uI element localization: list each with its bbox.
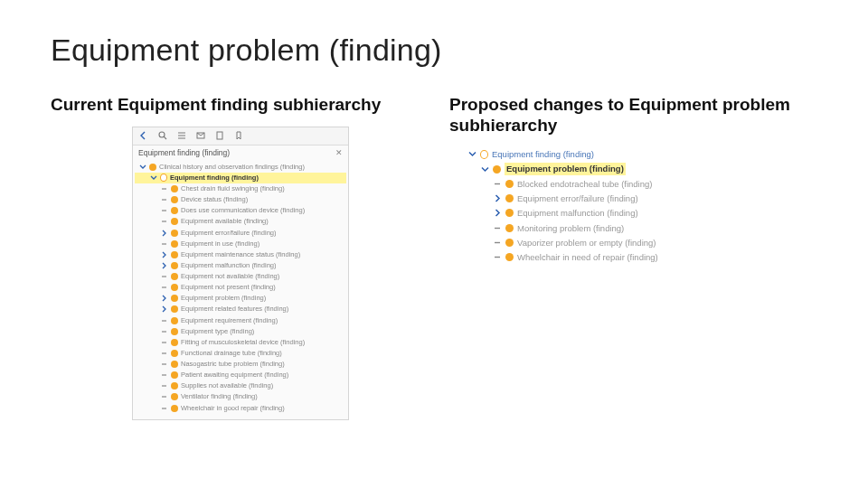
concept-dot-icon xyxy=(171,240,178,248)
concept-dot-icon xyxy=(171,317,178,324)
tree-item[interactable]: Patient awaiting equipment (finding) xyxy=(135,370,346,380)
dash-icon xyxy=(160,273,168,281)
tree-item[interactable]: Device status (finding) xyxy=(135,194,346,205)
tree-parent[interactable]: Clinical history and observation finding… xyxy=(135,162,346,173)
tree-item[interactable]: Equipment requirement (finding) xyxy=(135,315,346,326)
mail-icon[interactable] xyxy=(195,131,205,141)
tree-item[interactable]: Equipment malfunction (finding) xyxy=(135,260,346,271)
tree-item[interactable]: Equipment error/failure (finding) xyxy=(135,228,346,239)
dash-icon xyxy=(160,393,168,401)
tree-item[interactable]: Ventilator finding (finding) xyxy=(135,391,346,402)
tree-item[interactable]: Equipment malfunction (finding) xyxy=(467,206,721,221)
tree-item[interactable]: Vaporizer problem or empty (finding) xyxy=(467,235,721,249)
svg-rect-6 xyxy=(217,132,222,139)
document-icon[interactable] xyxy=(214,131,224,141)
browser-toolbar xyxy=(133,127,348,145)
tree-label: Patient awaiting equipment (finding) xyxy=(181,371,288,380)
left-tree: Clinical history and observation finding… xyxy=(133,160,348,419)
concept-dot-icon xyxy=(171,305,178,313)
tree-label: Equipment malfunction (finding) xyxy=(181,261,276,270)
tree-label: Equipment available (finding) xyxy=(181,217,269,226)
slide: Equipment problem (finding) Current Equi… xyxy=(0,0,868,488)
concept-dot-icon xyxy=(505,224,514,232)
dash-icon xyxy=(160,218,168,226)
concept-dot-icon xyxy=(171,185,178,192)
tree-item[interactable]: Equipment maintenance status (finding) xyxy=(135,249,346,260)
dash-icon xyxy=(160,207,168,215)
back-icon[interactable] xyxy=(138,131,148,141)
tree-item[interactable]: Functional drainage tube (finding) xyxy=(135,348,346,359)
tree-item[interactable]: Equipment problem (finding) xyxy=(135,293,346,304)
concept-selected-icon xyxy=(160,174,167,182)
concept-dot-icon xyxy=(505,209,514,217)
tree-item[interactable]: Wheelchair in need of repair (finding) xyxy=(467,250,721,265)
tree-label: Equipment finding (finding) xyxy=(492,148,594,160)
tree-label: Equipment finding (finding) xyxy=(170,174,259,183)
concept-dot-icon xyxy=(171,350,178,357)
tree-item[interactable]: Supplies not available (finding) xyxy=(135,380,346,391)
tree-item[interactable]: Equipment related features (finding) xyxy=(135,304,346,314)
left-heading: Current Equipment finding subhierarchy xyxy=(51,95,419,116)
bookmark-icon[interactable] xyxy=(233,131,243,141)
concept-dot-icon xyxy=(171,207,178,214)
svg-point-0 xyxy=(159,132,165,137)
concept-dot-icon xyxy=(493,165,501,174)
tree-label: Equipment in use (finding) xyxy=(181,239,259,249)
tree-item[interactable]: Blocked endotracheal tube (finding) xyxy=(467,176,721,191)
chevron-right-icon xyxy=(493,209,502,218)
chevron-right-icon xyxy=(160,250,168,258)
tree-item[interactable]: Nasogastric tube problem (finding) xyxy=(135,359,346,370)
tree-label: Chest drain fluid swinging (finding) xyxy=(181,184,285,193)
tree-item[interactable]: Fitting of musculoskeletal device (findi… xyxy=(135,337,346,348)
concept-dot-icon xyxy=(171,393,178,400)
concept-dot-icon xyxy=(149,164,156,171)
chevron-right-icon xyxy=(160,295,168,303)
tree-item[interactable]: Equipment type (finding) xyxy=(135,326,346,337)
concept-dot-icon xyxy=(505,180,514,188)
dash-icon xyxy=(160,239,168,248)
tree-label: Blocked endotracheal tube (finding) xyxy=(517,178,652,190)
tree-item[interactable]: Does use communication device (finding) xyxy=(135,205,346,216)
chevron-down-icon xyxy=(138,163,146,171)
concept-dot-icon xyxy=(171,339,178,346)
tree-item[interactable]: Wheelchair in good repair (finding) xyxy=(135,403,346,414)
columns: Current Equipment finding subhierarchy E… xyxy=(51,95,817,420)
concept-dot-icon xyxy=(171,196,178,203)
tree-item[interactable]: Equipment not present (finding) xyxy=(135,282,346,293)
tree-item[interactable]: Chest drain fluid swinging (finding) xyxy=(135,183,346,194)
chevron-down-icon xyxy=(149,174,157,182)
tree-root[interactable]: Equipment finding (finding) xyxy=(467,147,721,162)
svg-line-1 xyxy=(164,136,166,139)
left-column: Current Equipment finding subhierarchy E… xyxy=(51,95,419,420)
right-column: Proposed changes to Equipment problem su… xyxy=(449,95,817,420)
concept-dot-icon xyxy=(171,218,178,225)
concept-dot-icon xyxy=(171,262,178,269)
chevron-down-icon xyxy=(480,164,489,174)
tree-label: Monitoring problem (finding) xyxy=(517,222,624,234)
list-icon[interactable] xyxy=(176,131,186,141)
tree-label: Does use communication device (finding) xyxy=(181,206,305,215)
tree-root-selected[interactable]: Equipment finding (finding) xyxy=(135,173,346,183)
search-icon[interactable] xyxy=(157,131,167,141)
tree-item[interactable]: Equipment in use (finding) xyxy=(135,239,346,249)
tree-label: Wheelchair in need of repair (finding) xyxy=(517,251,658,263)
tree-item[interactable]: Equipment available (finding) xyxy=(135,216,346,227)
close-icon[interactable]: ✕ xyxy=(335,148,343,157)
concept-dot-icon xyxy=(171,284,178,291)
tree-label: Equipment problem (finding) xyxy=(505,163,626,174)
concept-dot-icon xyxy=(171,251,178,258)
tree-selected[interactable]: Equipment problem (finding) xyxy=(467,162,721,176)
concept-dot-icon xyxy=(171,405,178,412)
concept-dot-icon xyxy=(171,273,178,280)
tree-item[interactable]: Equipment error/failure (finding) xyxy=(467,191,721,205)
dash-icon xyxy=(160,371,168,380)
chevron-right-icon xyxy=(160,261,168,269)
dash-icon xyxy=(493,223,502,232)
tree-label: Equipment not available (finding) xyxy=(181,272,279,281)
tree-label: Vaporizer problem or empty (finding) xyxy=(517,237,656,249)
tree-item[interactable]: Monitoring problem (finding) xyxy=(467,221,721,235)
dash-icon xyxy=(493,179,502,188)
dash-icon xyxy=(160,338,168,346)
tree-item[interactable]: Equipment not available (finding) xyxy=(135,271,346,282)
tree-label: Equipment maintenance status (finding) xyxy=(181,250,300,259)
